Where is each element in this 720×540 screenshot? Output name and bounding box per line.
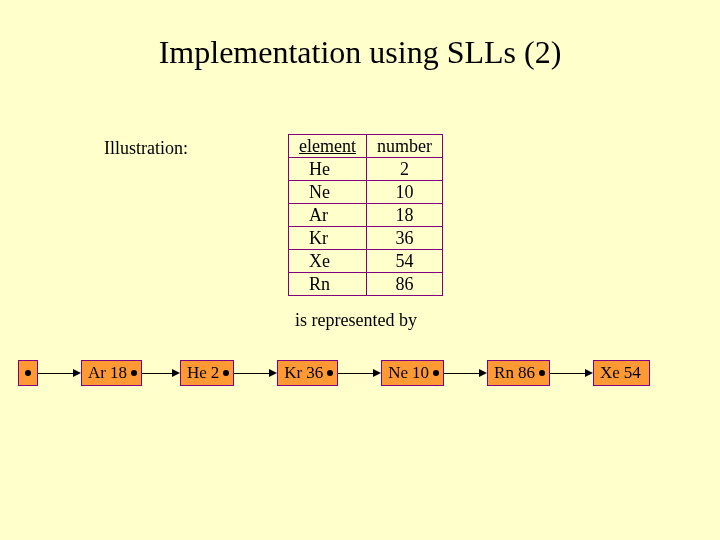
pointer-dot-icon	[25, 370, 31, 376]
page-title: Implementation using SLLs (2)	[0, 34, 720, 71]
sll-node-element: Kr	[284, 363, 306, 383]
pointer-dot-icon	[539, 370, 545, 376]
sll-node-element: Rn	[494, 363, 518, 383]
sll-node-number: 86	[518, 363, 539, 383]
sll-head	[18, 360, 38, 386]
element-table: element number He 2 Ne 10 Ar 18 Kr 36 Xe…	[288, 134, 443, 296]
sll-arrow	[234, 361, 277, 385]
cell-number: 18	[366, 204, 442, 227]
sll-node: Rn86	[487, 360, 550, 386]
sll-node-element: Ne	[388, 363, 412, 383]
table-header-row: element number	[289, 135, 443, 158]
header-element: element	[289, 135, 367, 158]
sll-node-number: 10	[412, 363, 433, 383]
sll-node-number: 2	[211, 363, 224, 383]
cell-element: Ar	[289, 204, 367, 227]
sll-node-element: Ar	[88, 363, 110, 383]
cell-number: 36	[366, 227, 442, 250]
cell-number: 10	[366, 181, 442, 204]
represented-by-label: is represented by	[295, 310, 417, 331]
sll-node-number: 18	[110, 363, 131, 383]
cell-element: He	[289, 158, 367, 181]
cell-number: 86	[366, 273, 442, 296]
pointer-dot-icon	[131, 370, 137, 376]
arrow-right-icon	[269, 369, 277, 377]
sll-node-element: Xe	[600, 363, 624, 383]
table-row: Kr 36	[289, 227, 443, 250]
sll-node-element: He	[187, 363, 211, 383]
cell-number: 54	[366, 250, 442, 273]
sll-node-number: 36	[306, 363, 327, 383]
sll-node: Ar18	[81, 360, 142, 386]
table-row: Ne 10	[289, 181, 443, 204]
cell-element: Xe	[289, 250, 367, 273]
cell-element: Ne	[289, 181, 367, 204]
slide: Implementation using SLLs (2) Illustrati…	[0, 0, 720, 540]
sll-arrow	[338, 361, 381, 385]
sll-arrow	[550, 361, 593, 385]
arrow-right-icon	[73, 369, 81, 377]
arrow-right-icon	[479, 369, 487, 377]
sll-arrow	[142, 361, 180, 385]
table-row: Ar 18	[289, 204, 443, 227]
table-row: Rn 86	[289, 273, 443, 296]
sll-node-number: 54	[624, 363, 645, 383]
cell-element: Kr	[289, 227, 367, 250]
arrow-right-icon	[373, 369, 381, 377]
arrow-right-icon	[585, 369, 593, 377]
sll-node: Kr36	[277, 360, 338, 386]
sll-arrow	[38, 361, 81, 385]
pointer-dot-icon	[433, 370, 439, 376]
sll-diagram: Ar18He2Kr36Ne10Rn86Xe54	[18, 358, 650, 388]
table-row: Xe 54	[289, 250, 443, 273]
header-number: number	[366, 135, 442, 158]
sll-node: Xe54	[593, 360, 650, 386]
sll-arrow	[444, 361, 487, 385]
cell-number: 2	[366, 158, 442, 181]
table-row: He 2	[289, 158, 443, 181]
sll-node: He2	[180, 360, 234, 386]
pointer-dot-icon	[327, 370, 333, 376]
pointer-dot-icon	[223, 370, 229, 376]
illustration-label: Illustration:	[104, 138, 188, 159]
sll-node: Ne10	[381, 360, 444, 386]
arrow-right-icon	[172, 369, 180, 377]
cell-element: Rn	[289, 273, 367, 296]
